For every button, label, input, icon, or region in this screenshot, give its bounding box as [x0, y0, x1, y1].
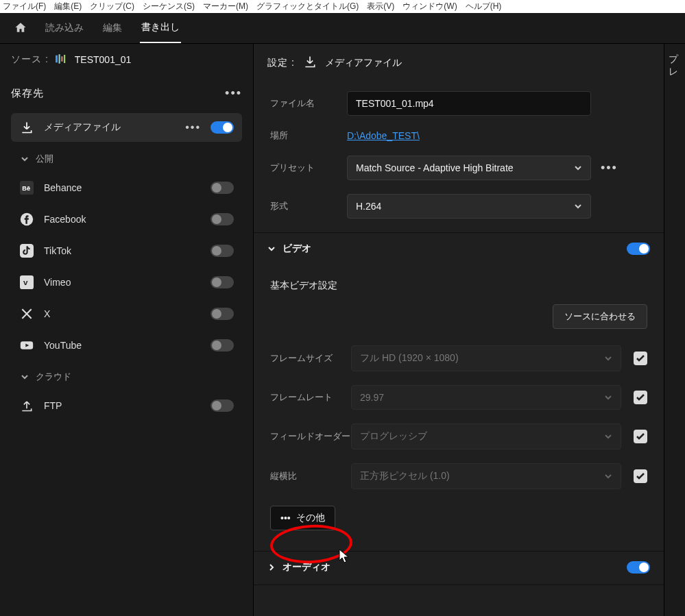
destinations-more-button[interactable]: ••• — [225, 86, 242, 101]
audio-toggle[interactable] — [627, 561, 650, 574]
destination-tiktok[interactable]: TikTok — [11, 236, 242, 265]
youtube-icon — [19, 338, 34, 353]
destination-media-file-toggle[interactable] — [211, 121, 234, 134]
chevron-down-icon — [604, 354, 612, 362]
menu-marker[interactable]: マーカー(M) — [203, 1, 248, 12]
field-order-label: フィールドオーダー — [270, 430, 351, 443]
destination-more-button[interactable]: ••• — [185, 121, 201, 134]
menu-edit[interactable]: 編集(E) — [54, 1, 82, 12]
destination-youtube-toggle[interactable] — [211, 339, 234, 352]
menu-file[interactable]: ファイル(F) — [3, 1, 46, 12]
chevron-down-icon — [21, 155, 29, 163]
location-label: 場所 — [270, 130, 347, 142]
destination-x[interactable]: X — [11, 299, 242, 328]
download-icon — [19, 120, 34, 135]
frame-size-lock-checkbox[interactable] — [634, 352, 647, 365]
destination-label: YouTube — [44, 340, 201, 351]
menu-clip[interactable]: クリップ(C) — [90, 1, 134, 12]
settings-header-name: メディアファイル — [325, 57, 402, 69]
workspace-tabs: 読み込み 編集 書き出し — [0, 13, 685, 44]
source-label: ソース : — [11, 53, 49, 66]
menu-graphics[interactable]: グラフィックとタイトル(G) — [256, 1, 359, 12]
destination-tiktok-toggle[interactable] — [211, 245, 234, 257]
destination-facebook[interactable]: Facebook — [11, 205, 242, 234]
preview-label: プレ — [669, 53, 678, 77]
location-link[interactable]: D:\Adobe_TEST\ — [347, 130, 420, 141]
aspect-ratio-select[interactable]: 正方形ピクセル (1.0) — [351, 463, 621, 489]
cloud-label: クラウド — [36, 371, 71, 383]
home-icon[interactable] — [14, 21, 27, 36]
tab-edit[interactable]: 編集 — [101, 14, 123, 42]
video-toggle[interactable] — [627, 243, 650, 255]
chevron-down-icon — [604, 432, 612, 441]
filename-input[interactable] — [347, 91, 591, 116]
destination-ftp[interactable]: FTP — [11, 391, 242, 420]
cloud-group-header[interactable]: クラウド — [11, 362, 242, 391]
field-order-select[interactable]: プログレッシブ — [351, 423, 621, 449]
svg-text:Bē: Bē — [22, 185, 30, 192]
svg-rect-1 — [58, 54, 60, 64]
download-icon — [303, 55, 317, 71]
destination-label: メディアファイル — [44, 121, 176, 134]
preview-panel-edge: プレ — [664, 44, 685, 616]
field-order-lock-checkbox[interactable] — [634, 430, 647, 443]
aspect-ratio-value: 正方形ピクセル (1.0) — [360, 470, 450, 482]
destination-media-file[interactable]: メディアファイル ••• — [11, 113, 242, 142]
destination-vimeo-toggle[interactable] — [211, 276, 234, 288]
menu-help[interactable]: ヘルプ(H) — [466, 1, 502, 12]
destination-ftp-toggle[interactable] — [211, 399, 234, 412]
tab-export[interactable]: 書き出し — [140, 13, 181, 43]
frame-rate-lock-checkbox[interactable] — [634, 391, 647, 404]
settings-header-label: 設定 : — [267, 57, 295, 69]
menu-view[interactable]: 表示(V) — [367, 1, 394, 12]
vimeo-icon: v — [19, 275, 34, 290]
destination-vimeo[interactable]: v Vimeo — [11, 268, 242, 297]
frame-size-label: フレームサイズ — [270, 352, 351, 365]
chevron-down-icon — [604, 393, 612, 402]
format-select[interactable]: H.264 — [347, 194, 591, 219]
source-row: ソース : TEST001_01 — [11, 53, 242, 66]
x-icon — [19, 306, 34, 321]
preset-more-button[interactable]: ••• — [601, 161, 618, 175]
tiktok-icon — [19, 243, 34, 258]
preset-value: Match Source - Adaptive High Bitrate — [356, 162, 514, 173]
audio-section-header[interactable]: オーディオ — [254, 551, 664, 583]
more-options-button[interactable]: ••• その他 — [270, 506, 335, 530]
svg-rect-2 — [61, 56, 62, 62]
chevron-down-icon — [604, 472, 612, 480]
format-label: 形式 — [270, 200, 347, 212]
menu-window[interactable]: ウィンドウ(W) — [402, 1, 457, 12]
destination-label: FTP — [44, 400, 201, 411]
frame-size-value: フル HD (1920 × 1080) — [360, 352, 459, 365]
frame-rate-select[interactable]: 29.97 — [351, 385, 621, 410]
upload-icon — [19, 398, 34, 413]
destination-youtube[interactable]: YouTube — [11, 331, 242, 360]
aspect-ratio-lock-checkbox[interactable] — [634, 469, 647, 483]
preset-select[interactable]: Match Source - Adaptive High Bitrate — [347, 156, 591, 180]
frame-rate-value: 29.97 — [360, 392, 384, 403]
destination-x-toggle[interactable] — [211, 308, 234, 320]
publish-label: 公開 — [36, 153, 53, 165]
audio-section-label: オーディオ — [283, 561, 331, 574]
destination-behance[interactable]: Bē Behance — [11, 173, 242, 202]
publish-group-header[interactable]: 公開 — [11, 145, 242, 173]
field-order-value: プログレッシブ — [360, 430, 427, 443]
svg-rect-3 — [64, 55, 65, 63]
frame-size-select[interactable]: フル HD (1920 × 1080) — [351, 345, 621, 371]
settings-panel: 設定 : メディアファイル ファイル名 場所 D:\Adobe_TEST\ プリ… — [254, 44, 664, 616]
destination-label: Vimeo — [44, 277, 201, 288]
chevron-down-icon — [267, 245, 276, 253]
chevron-right-icon — [267, 563, 276, 571]
menu-sequence[interactable]: シーケンス(S) — [143, 1, 195, 12]
destination-label: TikTok — [44, 245, 201, 256]
left-panel: ソース : TEST001_01 保存先 ••• メディアファイル ••• 公開… — [0, 44, 254, 616]
video-section-header[interactable]: ビデオ — [254, 232, 664, 264]
sequence-icon — [56, 54, 68, 66]
more-options-label: その他 — [296, 512, 325, 524]
match-source-button[interactable]: ソースに合わせる — [553, 304, 647, 329]
destination-facebook-toggle[interactable] — [211, 213, 234, 225]
destinations-header: 保存先 — [11, 87, 44, 100]
frame-rate-label: フレームレート — [270, 391, 351, 404]
destination-behance-toggle[interactable] — [211, 182, 234, 194]
tab-import[interactable]: 読み込み — [44, 14, 85, 42]
